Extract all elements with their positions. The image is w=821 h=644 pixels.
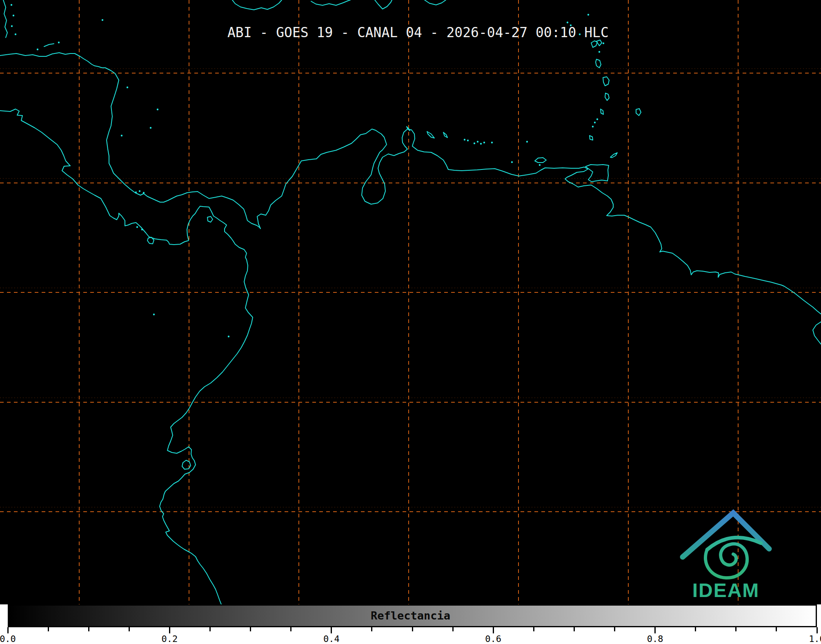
island-dot: [483, 142, 485, 143]
island-dot: [135, 192, 137, 193]
image-title: ABI - GOES 19 - CANAL 04 - 2026-04-27 00…: [227, 25, 609, 40]
island-dot: [594, 122, 596, 123]
island-dot: [599, 51, 600, 53]
logo-mountain-icon: [683, 513, 769, 557]
island-dot: [603, 42, 604, 44]
island-dot: [11, 25, 13, 27]
island-dot: [102, 19, 103, 21]
coastline-path: [44, 44, 54, 47]
island-dot: [467, 140, 469, 141]
coastline-path: [596, 59, 601, 68]
colorbar-tick: [250, 627, 251, 631]
colorbar-tick: [290, 627, 291, 631]
island-dot: [587, 14, 589, 16]
colorbar-tick-label: 0.2: [162, 634, 178, 644]
island-dot: [539, 164, 541, 166]
colorbar-tick-label: 1.0: [809, 634, 821, 644]
colorbar-tick: [209, 627, 211, 631]
island-dot: [567, 22, 568, 23]
coastline-path: [590, 136, 593, 140]
island-dot: [37, 49, 38, 50]
colorbar-tick: [776, 627, 777, 631]
coastline-path: [585, 165, 609, 182]
island-dot: [143, 192, 145, 194]
island-dot: [480, 143, 482, 145]
island-dot: [153, 314, 155, 315]
coastline-path: [605, 93, 609, 100]
colorbar-tick-label: 0.0: [0, 634, 16, 644]
colorbar-label: Reflectancia: [0, 609, 821, 622]
colorbar-tick: [614, 627, 615, 631]
colorbar-tick: [817, 627, 818, 633]
coastline-path: [3, 0, 7, 38]
colorbar-tick: [88, 627, 89, 631]
logo-swirl-icon: [705, 544, 747, 578]
island-dot: [228, 336, 229, 337]
coastline-path: [535, 158, 546, 163]
island-dot: [596, 118, 598, 120]
island-dot: [474, 143, 475, 144]
ideam-logo: IDEAM: [674, 506, 780, 606]
island-dot: [150, 127, 151, 129]
colorbar-tick: [169, 627, 170, 633]
coastline-path: [427, 131, 434, 138]
satellite-map: ABI - GOES 19 - CANAL 04 - 2026-04-27 00…: [0, 0, 821, 604]
colorbar-tick: [452, 627, 454, 631]
island-dot: [121, 135, 122, 136]
coastline-path: [610, 153, 617, 158]
coastline-path: [813, 322, 821, 344]
island-dot: [127, 87, 128, 88]
island-dot: [136, 226, 138, 228]
coastline-path: [425, 0, 446, 5]
colorbar-tick: [735, 627, 736, 631]
colorbar-tick: [695, 627, 696, 631]
colorbar-tick: [331, 627, 332, 633]
colorbar-tick: [654, 627, 656, 633]
colorbar-tick: [7, 627, 9, 633]
island-dot: [139, 190, 140, 192]
colorbar-tick: [574, 627, 575, 631]
island-dot: [13, 15, 14, 16]
coastline-path: [182, 460, 191, 469]
satellite-image-viewer: ABI - GOES 19 - CANAL 04 - 2026-04-27 00…: [0, 0, 821, 644]
island-dot: [58, 42, 60, 43]
coastline-path: [443, 132, 447, 138]
island-dot: [592, 126, 594, 127]
colorbar-tick-label: 0.8: [647, 634, 663, 644]
colorbar-tick: [371, 627, 372, 631]
colorbar-tick: [48, 627, 49, 631]
island-dot: [526, 141, 528, 143]
coastline-path: [636, 109, 641, 116]
colorbar-tick-label: 0.4: [323, 634, 340, 644]
coastline-path: [601, 109, 603, 114]
island-dot: [511, 161, 513, 163]
logo-text: IDEAM: [692, 579, 760, 601]
coastline-path: [232, 0, 282, 10]
coastline-path: [311, 0, 350, 5]
island-dot: [477, 141, 478, 143]
island-dot: [11, 4, 12, 6]
island-dot: [464, 139, 465, 140]
coastline-path: [603, 77, 609, 86]
island-dot: [141, 229, 143, 230]
coastline-path: [596, 40, 602, 46]
colorbar-tick: [129, 627, 130, 631]
colorbar-area: Reflectancia 0.00.20.40.60.81.0: [0, 604, 821, 644]
island-dot: [157, 109, 158, 110]
colorbar-tick: [493, 627, 494, 633]
colorbar-tick: [412, 627, 413, 631]
island-dot: [491, 142, 493, 143]
colorbar-tick-label: 0.6: [485, 634, 501, 644]
island-dot: [15, 33, 16, 35]
coastline-path: [207, 216, 213, 222]
coastline-path: [375, 0, 392, 9]
colorbar-tick: [533, 627, 534, 631]
